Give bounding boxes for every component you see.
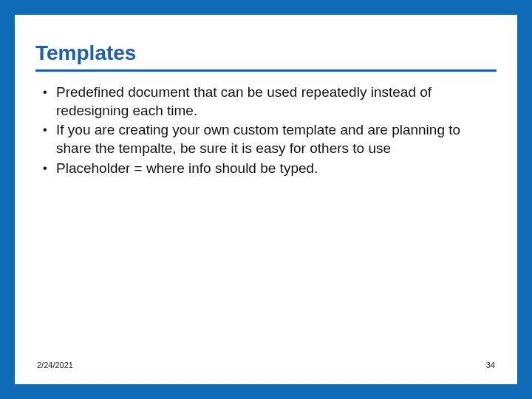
slide: Templates Predefined document that can b… (15, 15, 517, 384)
slide-content: Predefined document that can be used rep… (35, 83, 497, 361)
bullet-list: Predefined document that can be used rep… (35, 83, 497, 177)
list-item: Placeholder = where info should be typed… (38, 160, 497, 178)
list-item: Predefined document that can be used rep… (38, 83, 497, 120)
slide-footer: 2/24/2021 34 (35, 361, 497, 371)
footer-date: 2/24/2021 (37, 361, 73, 369)
slide-title: Templates (35, 41, 497, 72)
list-item: If you are creating your own custom temp… (38, 121, 497, 157)
footer-page-number: 34 (486, 361, 495, 369)
